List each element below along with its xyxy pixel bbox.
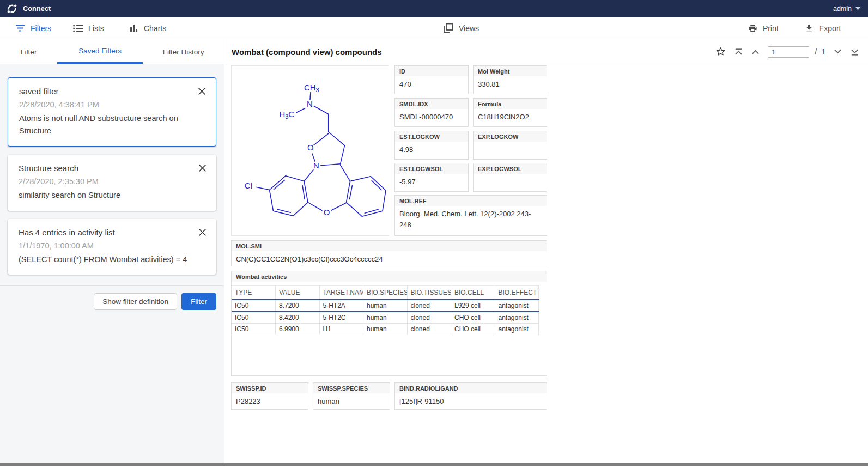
show-filter-definition-button[interactable]: Show filter definition — [94, 293, 177, 310]
column-header[interactable]: BIO.EFFECT — [495, 286, 539, 300]
activity-row[interactable]: IC50 8.4200 5-HT2C human cloned CHO cell… — [232, 312, 539, 324]
atom-bridge-oxygen: O — [324, 208, 330, 217]
field-est-logkow: EST.LOGKOW 4.98 — [394, 131, 469, 160]
connect-logo-icon — [7, 3, 17, 14]
column-header[interactable]: BIO.CELL — [451, 286, 495, 300]
column-header[interactable]: BIO.SPECIES — [363, 286, 408, 300]
close-icon — [198, 87, 206, 95]
atom-amine-nitrogen: N — [307, 100, 313, 108]
saved-filter-title: saved filter — [19, 87, 205, 96]
page-number-input[interactable] — [768, 46, 809, 58]
activity-row[interactable]: IC50 8.7200 5-HT2A human cloned L929 cel… — [232, 300, 539, 312]
field-label: EXP.LOGKOW — [474, 131, 547, 142]
favorite-star-button[interactable] — [715, 46, 726, 57]
caret-down-icon — [855, 7, 860, 10]
field-label: MOL.REF — [395, 196, 547, 206]
field-label: EST.LOGWSOL — [395, 163, 468, 174]
list-icon — [73, 25, 83, 32]
user-name: admin — [833, 5, 852, 13]
delete-filter-button[interactable] — [197, 227, 208, 238]
apply-filter-button[interactable]: Filter — [181, 293, 216, 310]
filter-icon — [15, 24, 25, 32]
chevron-up-bar-icon — [734, 48, 743, 56]
views-button[interactable]: Views — [443, 17, 479, 39]
column-header[interactable]: VALUE — [276, 286, 320, 300]
app-window: Connect admin Filters Lists Charts — [0, 0, 868, 468]
close-icon — [198, 164, 207, 172]
activities-title: Wombat activities — [232, 271, 547, 282]
bar-chart-icon — [130, 24, 138, 33]
atom-ring-nitrogen: N — [313, 161, 319, 170]
saved-filter-timestamp: 2/28/2020, 2:35:30 PM — [19, 177, 205, 186]
field-value: C18H19ClN2O2 — [474, 109, 547, 125]
tab-filter[interactable]: Filter — [0, 39, 57, 64]
field-exp-logwsol: EXP.LOGWSOL — [473, 163, 547, 192]
column-header[interactable]: BIO.TISSUES — [407, 286, 451, 300]
charts-nav-button[interactable]: Charts — [130, 17, 166, 39]
user-menu[interactable]: admin — [833, 0, 860, 17]
record-detail: CH3 N H3C O N Cl O ID 470 Mol Weight 330 — [225, 64, 868, 463]
saved-filter-timestamp: 2/28/2020, 4:38:41 PM — [19, 100, 205, 109]
field-swissp-id: SWISSP.ID P28223 — [231, 382, 308, 410]
field-value: [125I]R-91150 — [395, 393, 547, 409]
activities-header-row: TYPE VALUE TARGET.NAME BIO.SPECIES BIO.T… — [232, 286, 539, 300]
views-layers-icon — [443, 23, 453, 33]
field-label: SMDL.IDX — [395, 99, 468, 109]
saved-filter-timestamp: 1/1/1970, 1:00:00 AM — [19, 241, 205, 250]
filters-sidebar: Filter Saved Filters Filter History save… — [0, 39, 224, 463]
atom-ring-oxygen: O — [307, 143, 314, 152]
top-navbar: Connect admin — [0, 0, 868, 17]
last-record-button[interactable] — [850, 48, 859, 56]
field-id: ID 470 — [394, 65, 469, 94]
download-icon — [805, 24, 814, 33]
field-bind-radioligand: BIND.RADIOLIGAND [125I]R-91150 — [394, 382, 547, 410]
previous-record-button[interactable] — [751, 48, 760, 55]
field-value: 330.81 — [474, 76, 547, 92]
column-header[interactable]: TARGET.NAME — [319, 286, 363, 300]
delete-filter-button[interactable] — [197, 163, 208, 173]
saved-filter-title: Structure search — [19, 163, 205, 173]
chevron-up-icon — [751, 48, 760, 55]
first-record-button[interactable] — [734, 48, 743, 56]
saved-filter-card[interactable]: Structure search 2/28/2020, 2:35:30 PM s… — [8, 155, 216, 210]
horizontal-scrollbar[interactable] — [0, 463, 868, 466]
field-value: -5.97 — [395, 174, 468, 190]
saved-filter-card[interactable]: saved filter 2/28/2020, 4:38:41 PM Atoms… — [8, 77, 216, 147]
saved-filter-card[interactable]: Has 4 entries in activity list 1/1/1970,… — [8, 219, 216, 275]
activities-table: TYPE VALUE TARGET.NAME BIO.SPECIES BIO.T… — [232, 285, 539, 335]
sidebar-footer: Show filter definition Filter — [0, 285, 224, 310]
saved-filters-list: saved filter 2/28/2020, 4:38:41 PM Atoms… — [0, 64, 224, 310]
field-value: P28223 — [232, 393, 308, 409]
lists-label: Lists — [88, 24, 104, 33]
atom-methyl-left: H3C — [279, 110, 294, 120]
print-label: Print — [763, 24, 779, 33]
delete-filter-button[interactable] — [197, 86, 207, 96]
filters-nav-button[interactable]: Filters — [15, 17, 51, 39]
saved-filter-description: (SELECT count(*) FROM Wombat activities)… — [19, 253, 205, 266]
saved-filter-description: similarity search on Structure — [19, 189, 205, 202]
column-header[interactable]: TYPE — [232, 286, 276, 300]
field-swissp-species: SWISSP.SPECIES human — [313, 382, 390, 410]
field-label: EST.LOGKOW — [395, 131, 468, 142]
saved-filter-title: Has 4 entries in activity list — [19, 228, 205, 237]
lists-nav-button[interactable]: Lists — [73, 17, 104, 39]
field-value: SMDL-00000470 — [395, 109, 468, 125]
printer-icon — [748, 23, 757, 33]
next-record-button[interactable] — [833, 48, 842, 55]
field-mol-ref: MOL.REF Bioorg. Med. Chem. Lett. 12(2)-2… — [394, 195, 547, 236]
tab-filter-history[interactable]: Filter History — [143, 39, 224, 64]
main-toolbar: Filters Lists Charts Views — [0, 17, 868, 39]
molecule-structure: CH3 N H3C O N Cl O — [232, 66, 389, 235]
structure-viewer: CH3 N H3C O N Cl O — [231, 65, 389, 236]
record-title: Wombat (compound view) compounds — [232, 47, 382, 57]
field-label: Formula — [474, 99, 547, 109]
export-button[interactable]: Export — [805, 17, 841, 39]
activity-row[interactable]: IC50 6.9900 H1 human cloned CHO cell ant… — [232, 324, 539, 335]
app-title: Connect — [23, 5, 51, 13]
print-button[interactable]: Print — [748, 17, 779, 39]
record-view: Wombat (compound view) compounds — [225, 39, 868, 463]
chevron-down-bar-icon — [850, 48, 859, 56]
saved-filter-description: Atoms is not null AND substructure searc… — [19, 112, 205, 137]
field-value — [474, 142, 547, 147]
tab-saved-filters[interactable]: Saved Filters — [57, 39, 143, 64]
